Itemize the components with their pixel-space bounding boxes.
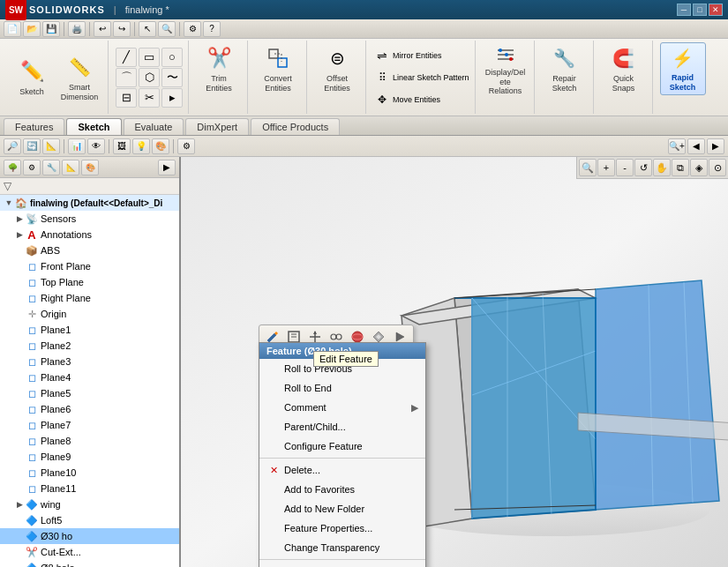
display-style-button[interactable]: 🖼 bbox=[113, 138, 131, 154]
tree-item-plane2[interactable]: ◻ Plane2 bbox=[0, 338, 179, 354]
options-button[interactable]: ⚙ bbox=[184, 21, 201, 37]
polygon-button[interactable]: ⬡ bbox=[139, 68, 160, 87]
prev-view-button[interactable]: ◀ bbox=[687, 138, 705, 154]
tree-item-plane3[interactable]: ◻ Plane3 bbox=[0, 354, 179, 369]
scene-button[interactable]: 🎨 bbox=[152, 138, 169, 154]
rapid-sketch-button[interactable]: ⚡ RapidSketch bbox=[660, 42, 706, 95]
trim-sm-button[interactable]: ✂ bbox=[139, 88, 160, 108]
next-view-button[interactable]: ▶ bbox=[707, 138, 724, 154]
tree-item-plane11[interactable]: ◻ Plane11 bbox=[0, 481, 179, 496]
tab-sketch[interactable]: Sketch bbox=[66, 118, 121, 135]
ctx-parent-child[interactable]: Parent/Child... bbox=[259, 417, 425, 436]
view-selector[interactable]: 📐 bbox=[42, 138, 60, 154]
print-button[interactable]: 🖨️ bbox=[68, 21, 86, 37]
zoom-in-button[interactable]: 🔍+ bbox=[668, 138, 686, 154]
repair-sketch-button[interactable]: 🔧 RepairSketch bbox=[542, 42, 588, 95]
tree-item-plane8[interactable]: ◻ Plane8 bbox=[0, 433, 179, 449]
tree-item-annotations[interactable]: ▶ A Annotations bbox=[0, 227, 179, 242]
ctx-add-favorites[interactable]: Add to Favorites bbox=[259, 480, 425, 499]
zoom-in-vp[interactable]: + bbox=[597, 159, 615, 176]
rotate-vp[interactable]: ↺ bbox=[634, 159, 652, 176]
redo-button[interactable]: ↪ bbox=[113, 21, 131, 37]
feature-manager-tab[interactable]: 🌳 bbox=[4, 160, 21, 175]
tree-item-plane1[interactable]: ◻ Plane1 bbox=[0, 322, 179, 338]
circle-button[interactable]: ○ bbox=[161, 48, 183, 67]
close-button[interactable]: ✕ bbox=[709, 4, 723, 16]
lighting-button[interactable]: 💡 bbox=[132, 138, 150, 154]
tree-expand-button[interactable]: ▶ bbox=[158, 160, 176, 175]
view-orient-vp[interactable]: ⧉ bbox=[672, 159, 689, 176]
ctx-featureworks[interactable]: FeatureWorks... ▶ bbox=[259, 562, 425, 567]
tree-item-sensors[interactable]: ▶ 📡 Sensors bbox=[0, 211, 179, 227]
tree-item-front-plane[interactable]: ◻ Front Plane bbox=[0, 258, 179, 274]
move-entities-label[interactable]: Move Entities bbox=[393, 95, 440, 104]
tree-item-cut-ext[interactable]: ✂️ Cut-Ext... bbox=[0, 544, 179, 560]
tab-dimxpert[interactable]: DimXpert bbox=[185, 118, 249, 135]
ctx-add-folder[interactable]: Add to New Folder bbox=[259, 499, 425, 519]
viewport[interactable]: 🔍 + - ↺ ✋ ⧉ ◈ ⊙ bbox=[181, 157, 728, 567]
tab-evaluate[interactable]: Evaluate bbox=[124, 118, 184, 135]
undo-button[interactable]: ↩ bbox=[94, 21, 111, 37]
tree-item-plane10[interactable]: ◻ Plane10 bbox=[0, 465, 179, 481]
sketch-button[interactable]: ✏️ Sketch bbox=[9, 51, 55, 104]
tree-item-loft5[interactable]: 🔷 Loft5 bbox=[0, 512, 179, 528]
ctx-feature-properties[interactable]: Feature Properties... bbox=[259, 519, 425, 538]
tree-item-plane9[interactable]: ◻ Plane9 bbox=[0, 449, 179, 465]
save-button[interactable]: 💾 bbox=[42, 21, 60, 37]
hide-show-button[interactable]: 👁 bbox=[87, 138, 105, 154]
section-view-button[interactable]: 📊 bbox=[68, 138, 86, 154]
tree-item-right-plane[interactable]: ◻ Right Plane bbox=[0, 290, 179, 306]
linear-pattern-label[interactable]: Linear Sketch Pattern bbox=[393, 73, 469, 82]
tab-office[interactable]: Office Products bbox=[251, 118, 340, 135]
convert-entities-button[interactable]: ConvertEntities bbox=[255, 42, 301, 95]
tree-item-top-plane[interactable]: ◻ Top Plane bbox=[0, 274, 179, 290]
select-button[interactable]: ↖ bbox=[139, 21, 156, 37]
tree-item-plane6[interactable]: ◻ Plane6 bbox=[0, 401, 179, 417]
help-button[interactable]: ? bbox=[203, 21, 221, 37]
mirror-entities-label[interactable]: Mirror Entities bbox=[393, 51, 442, 60]
maximize-button[interactable]: □ bbox=[693, 4, 707, 16]
line-button[interactable]: ╱ bbox=[116, 48, 137, 67]
new-button[interactable]: 📄 bbox=[4, 21, 21, 37]
render-button[interactable]: ⚙ bbox=[177, 138, 195, 154]
zoom-fit-button[interactable]: 🔎 bbox=[4, 138, 21, 154]
tree-item-plane7[interactable]: ◻ Plane7 bbox=[0, 417, 179, 433]
pan-vp[interactable]: ✋ bbox=[653, 159, 671, 176]
offset-sm-button[interactable]: ⊟ bbox=[116, 88, 137, 108]
titlebar-controls[interactable]: ─ □ ✕ bbox=[677, 4, 723, 16]
open-button[interactable]: 📂 bbox=[23, 21, 41, 37]
zoom-button[interactable]: 🔍 bbox=[158, 21, 176, 37]
trim-entities-button[interactable]: ✂️ TrimEntities bbox=[196, 42, 242, 95]
tree-item-abs[interactable]: 📦 ABS bbox=[0, 242, 179, 258]
tree-root-item[interactable]: ▼ 🏠 finalwing (Default<<Default>_Di bbox=[0, 195, 179, 211]
zoom-out-vp[interactable]: - bbox=[616, 159, 634, 176]
ctx-comment[interactable]: Comment ▶ bbox=[259, 398, 425, 417]
zoom-to-fit-vp[interactable]: 🔍 bbox=[579, 159, 597, 176]
ctx-change-transparency[interactable]: Change Transparency bbox=[259, 538, 425, 557]
tree-item-d30-hole[interactable]: 🔷 Ø30 ho bbox=[0, 528, 179, 544]
ctx-delete[interactable]: ✕ Delete... bbox=[259, 460, 425, 480]
tree-item-d8-hole[interactable]: 🔷 Ø8 hole bbox=[0, 560, 179, 567]
dim-xpert-tab[interactable]: 📐 bbox=[62, 160, 79, 175]
tab-features[interactable]: Features bbox=[4, 118, 64, 135]
rotate-view-button[interactable]: 🔄 bbox=[23, 138, 41, 154]
smart-dimension-button[interactable]: 📏 SmartDimension bbox=[56, 51, 102, 104]
ctx-configure-feature[interactable]: Configure Feature bbox=[259, 436, 425, 456]
tree-item-origin[interactable]: ✛ Origin bbox=[0, 306, 179, 322]
offset-entities-button[interactable]: ⊜ OffsetEntities bbox=[314, 42, 360, 95]
tree-item-plane4[interactable]: ◻ Plane4 bbox=[0, 369, 179, 385]
display-manager-tab[interactable]: 🎨 bbox=[81, 160, 99, 175]
render-mode-vp[interactable]: ◈ bbox=[690, 159, 708, 176]
display-delete-button[interactable]: Display/DeleteRelations bbox=[483, 42, 529, 95]
section-vp[interactable]: ⊙ bbox=[709, 159, 726, 176]
config-manager-tab[interactable]: 🔧 bbox=[42, 160, 60, 175]
rectangle-button[interactable]: ▭ bbox=[139, 48, 160, 67]
tree-item-wing[interactable]: ▶ 🔷 wing bbox=[0, 496, 179, 512]
spline-button[interactable]: 〜 bbox=[161, 68, 183, 87]
more-button[interactable]: ▸ bbox=[161, 88, 183, 108]
ctx-roll-end[interactable]: Roll to End bbox=[259, 378, 425, 398]
property-manager-tab[interactable]: ⚙ bbox=[23, 160, 41, 175]
arc-button[interactable]: ⌒ bbox=[116, 68, 137, 87]
minimize-button[interactable]: ─ bbox=[677, 4, 691, 16]
tree-item-plane5[interactable]: ◻ Plane5 bbox=[0, 385, 179, 401]
